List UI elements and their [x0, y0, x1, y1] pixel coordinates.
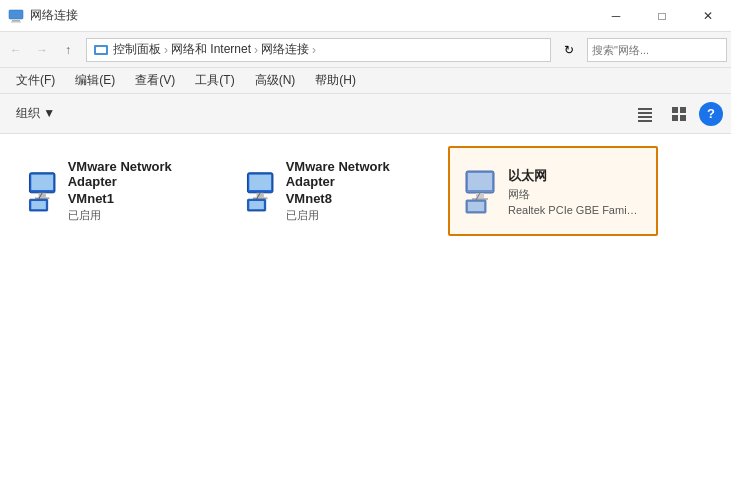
svg-rect-2 — [11, 21, 21, 22]
refresh-icon: ↻ — [564, 43, 574, 57]
vmnet1-name-line1: VMware Network Adapter — [68, 159, 210, 189]
svg-rect-32 — [468, 202, 484, 211]
menu-view[interactable]: 查看(V) — [127, 70, 183, 91]
menu-file[interactable]: 文件(F) — [8, 70, 63, 91]
menu-edit[interactable]: 编辑(E) — [67, 70, 123, 91]
vmnet8-name-line1: VMware Network Adapter — [286, 159, 428, 189]
svg-rect-0 — [9, 10, 23, 19]
menu-advanced[interactable]: 高级(N) — [247, 70, 304, 91]
titlebar-title: 网络连接 — [30, 7, 78, 24]
breadcrumb-item-1[interactable]: 控制面板 — [113, 41, 161, 58]
svg-rect-18 — [31, 201, 46, 209]
breadcrumb-sep-1: › — [164, 43, 168, 57]
addressbar: ← → ↑ 控制面板 › 网络和 Internet › 网络连接 › ↻ 🔍 — [0, 32, 731, 68]
vmnet1-info: VMware Network Adapter VMnet1 已启用 — [68, 159, 210, 223]
help-button[interactable]: ? — [699, 102, 723, 126]
ethernet-name: 以太网 — [508, 167, 638, 185]
menu-tools[interactable]: 工具(T) — [187, 70, 242, 91]
vmnet8-name-line2: VMnet8 — [286, 191, 428, 206]
menu-help[interactable]: 帮助(H) — [307, 70, 364, 91]
maximize-button[interactable]: □ — [639, 0, 685, 32]
ethernet-info: 以太网 网络 Realtek PCIe GBE Family Contr... — [508, 167, 638, 216]
vmnet1-icon — [24, 167, 68, 215]
minimize-button[interactable]: ─ — [593, 0, 639, 32]
up-button[interactable]: ↑ — [56, 38, 80, 62]
titlebar-controls: ─ □ ✕ — [593, 0, 731, 32]
help-icon: ? — [707, 106, 715, 121]
menubar: 文件(F) 编辑(E) 查看(V) 工具(T) 高级(N) 帮助(H) — [0, 68, 731, 94]
svg-rect-11 — [672, 115, 678, 121]
organize-label: 组织 ▼ — [16, 105, 55, 122]
ethernet-icon — [460, 167, 508, 215]
ethernet-status: 网络 — [508, 187, 638, 202]
vmnet1-name-line2: VMnet1 — [68, 191, 210, 206]
breadcrumb-item-3[interactable]: 网络连接 — [261, 41, 309, 58]
breadcrumb-item-2[interactable]: 网络和 Internet — [171, 41, 251, 58]
svg-rect-14 — [31, 175, 53, 190]
forward-button[interactable]: → — [30, 38, 54, 62]
svg-rect-21 — [249, 175, 271, 190]
address-path[interactable]: 控制面板 › 网络和 Internet › 网络连接 › — [86, 38, 551, 62]
toolbar: 组织 ▼ ? — [0, 94, 731, 134]
network-adapter-vmnet8[interactable]: VMware Network Adapter VMnet8 已启用 — [230, 146, 440, 236]
svg-rect-9 — [672, 107, 678, 113]
view-icons-button[interactable] — [665, 100, 693, 128]
view-details-button[interactable] — [631, 100, 659, 128]
vmnet8-info: VMware Network Adapter VMnet8 已启用 — [286, 159, 428, 223]
vmnet8-status: 已启用 — [286, 208, 428, 223]
organize-button[interactable]: 组织 ▼ — [8, 101, 63, 126]
refresh-button[interactable]: ↻ — [557, 38, 581, 62]
svg-rect-7 — [638, 116, 652, 118]
svg-rect-28 — [468, 173, 492, 190]
vmnet1-status: 已启用 — [68, 208, 210, 223]
titlebar: 网络连接 ─ □ ✕ — [0, 0, 731, 32]
network-adapter-ethernet[interactable]: 以太网 网络 Realtek PCIe GBE Family Contr... — [448, 146, 658, 236]
svg-rect-1 — [12, 20, 20, 22]
path-icon — [93, 42, 109, 58]
svg-rect-25 — [249, 201, 264, 209]
svg-rect-6 — [638, 112, 652, 114]
view-details-icon — [636, 105, 654, 123]
breadcrumb-sep-3: › — [312, 43, 316, 57]
view-icons-icon — [670, 105, 688, 123]
ethernet-desc: Realtek PCIe GBE Family Contr... — [508, 204, 638, 216]
close-button[interactable]: ✕ — [685, 0, 731, 32]
svg-rect-5 — [638, 108, 652, 110]
titlebar-left: 网络连接 — [8, 7, 78, 24]
content-area: VMware Network Adapter VMnet1 已启用 VMware… — [0, 134, 731, 504]
toolbar-left: 组织 ▼ — [8, 101, 63, 126]
network-adapter-vmnet1[interactable]: VMware Network Adapter VMnet1 已启用 — [12, 146, 222, 236]
svg-rect-12 — [680, 115, 686, 121]
vmnet8-icon — [242, 167, 286, 215]
toolbar-right: ? — [631, 100, 723, 128]
titlebar-app-icon — [8, 8, 24, 24]
breadcrumb: 控制面板 › 网络和 Internet › 网络连接 › — [113, 41, 317, 58]
svg-rect-10 — [680, 107, 686, 113]
svg-rect-8 — [638, 120, 652, 122]
search-input[interactable] — [592, 44, 730, 56]
breadcrumb-sep-2: › — [254, 43, 258, 57]
search-box[interactable]: 🔍 — [587, 38, 727, 62]
svg-rect-4 — [96, 47, 106, 53]
back-button[interactable]: ← — [4, 38, 28, 62]
